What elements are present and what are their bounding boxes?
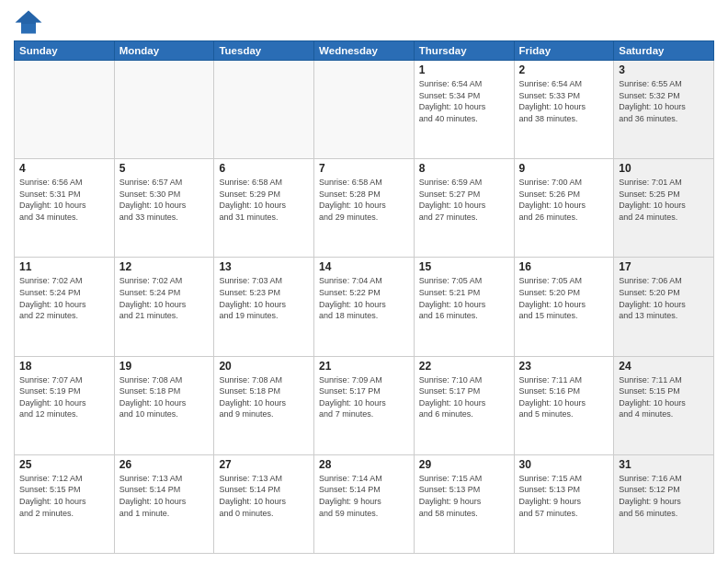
calendar-cell: 21Sunrise: 7:09 AM Sunset: 5:17 PM Dayli… [314,356,415,454]
day-number: 3 [619,63,709,76]
day-info: Sunrise: 7:15 AM Sunset: 5:13 PM Dayligh… [519,473,609,519]
day-info: Sunrise: 7:02 AM Sunset: 5:24 PM Dayligh… [19,275,109,321]
weekday-header-wednesday: Wednesday [314,41,415,61]
calendar-cell: 12Sunrise: 7:02 AM Sunset: 5:24 PM Dayli… [114,258,214,356]
calendar-cell: 15Sunrise: 7:05 AM Sunset: 5:21 PM Dayli… [414,258,514,356]
calendar-cell: 20Sunrise: 7:08 AM Sunset: 5:18 PM Dayli… [214,356,314,454]
weekday-header-saturday: Saturday [614,41,714,61]
calendar-cell: 11Sunrise: 7:02 AM Sunset: 5:24 PM Dayli… [15,258,115,356]
calendar-cell: 28Sunrise: 7:14 AM Sunset: 5:14 PM Dayli… [314,454,415,553]
calendar-cell: 6Sunrise: 6:58 AM Sunset: 5:29 PM Daylig… [214,159,314,258]
day-info: Sunrise: 7:05 AM Sunset: 5:20 PM Dayligh… [519,275,609,321]
day-number: 27 [219,458,309,471]
calendar-cell: 2Sunrise: 6:54 AM Sunset: 5:33 PM Daylig… [514,61,614,159]
calendar-cell: 13Sunrise: 7:03 AM Sunset: 5:23 PM Dayli… [214,258,314,356]
calendar-cell [114,61,214,159]
calendar-cell: 7Sunrise: 6:58 AM Sunset: 5:28 PM Daylig… [314,159,415,258]
day-number: 28 [319,458,409,471]
day-number: 13 [219,260,309,273]
weekday-header-thursday: Thursday [414,41,514,61]
day-info: Sunrise: 7:16 AM Sunset: 5:12 PM Dayligh… [619,473,709,519]
week-row-3: 11Sunrise: 7:02 AM Sunset: 5:24 PM Dayli… [15,258,714,356]
calendar-cell: 27Sunrise: 7:13 AM Sunset: 5:14 PM Dayli… [214,454,314,553]
day-number: 12 [119,260,210,273]
calendar-cell: 25Sunrise: 7:12 AM Sunset: 5:15 PM Dayli… [15,454,115,553]
day-info: Sunrise: 7:07 AM Sunset: 5:19 PM Dayligh… [19,374,109,420]
calendar-cell: 30Sunrise: 7:15 AM Sunset: 5:13 PM Dayli… [514,454,614,553]
weekday-header-row: SundayMondayTuesdayWednesdayThursdayFrid… [15,41,714,61]
svg-marker-1 [16,11,42,24]
day-number: 11 [19,260,109,273]
calendar-cell: 3Sunrise: 6:55 AM Sunset: 5:32 PM Daylig… [614,61,714,159]
calendar-cell: 19Sunrise: 7:08 AM Sunset: 5:18 PM Dayli… [114,356,214,454]
calendar-cell: 14Sunrise: 7:04 AM Sunset: 5:22 PM Dayli… [314,258,415,356]
calendar-cell: 18Sunrise: 7:07 AM Sunset: 5:19 PM Dayli… [15,356,115,454]
day-number: 9 [519,162,609,175]
calendar-cell: 23Sunrise: 7:11 AM Sunset: 5:16 PM Dayli… [514,356,614,454]
weekday-header-tuesday: Tuesday [214,41,314,61]
day-info: Sunrise: 7:05 AM Sunset: 5:21 PM Dayligh… [419,275,509,321]
calendar-cell: 1Sunrise: 6:54 AM Sunset: 5:34 PM Daylig… [414,61,514,159]
calendar-cell: 16Sunrise: 7:05 AM Sunset: 5:20 PM Dayli… [514,258,614,356]
day-info: Sunrise: 7:13 AM Sunset: 5:14 PM Dayligh… [119,473,210,519]
weekday-header-friday: Friday [514,41,614,61]
calendar-cell: 29Sunrise: 7:15 AM Sunset: 5:13 PM Dayli… [414,454,514,553]
day-info: Sunrise: 7:10 AM Sunset: 5:17 PM Dayligh… [419,374,509,420]
day-info: Sunrise: 6:57 AM Sunset: 5:30 PM Dayligh… [119,177,210,223]
day-number: 6 [219,162,309,175]
week-row-1: 1Sunrise: 6:54 AM Sunset: 5:34 PM Daylig… [15,61,714,159]
day-info: Sunrise: 7:01 AM Sunset: 5:25 PM Dayligh… [619,177,709,223]
calendar-cell: 4Sunrise: 6:56 AM Sunset: 5:31 PM Daylig… [15,159,115,258]
calendar-table: SundayMondayTuesdayWednesdayThursdayFrid… [14,40,714,554]
day-info: Sunrise: 7:14 AM Sunset: 5:14 PM Dayligh… [319,473,409,519]
day-info: Sunrise: 7:09 AM Sunset: 5:17 PM Dayligh… [319,374,409,420]
day-number: 20 [219,360,309,373]
day-number: 10 [619,162,709,175]
logo [14,9,47,35]
day-number: 29 [419,458,509,471]
week-row-5: 25Sunrise: 7:12 AM Sunset: 5:15 PM Dayli… [15,454,714,553]
weekday-header-sunday: Sunday [15,41,115,61]
day-number: 14 [319,260,409,273]
week-row-4: 18Sunrise: 7:07 AM Sunset: 5:19 PM Dayli… [15,356,714,454]
day-number: 26 [119,458,210,471]
day-number: 16 [519,260,609,273]
day-number: 19 [119,360,210,373]
calendar-cell: 9Sunrise: 7:00 AM Sunset: 5:26 PM Daylig… [514,159,614,258]
day-number: 4 [19,162,109,175]
day-info: Sunrise: 6:59 AM Sunset: 5:27 PM Dayligh… [419,177,509,223]
calendar-cell: 8Sunrise: 6:59 AM Sunset: 5:27 PM Daylig… [414,159,514,258]
header [14,9,714,35]
day-number: 1 [419,63,509,76]
day-info: Sunrise: 7:13 AM Sunset: 5:14 PM Dayligh… [219,473,309,519]
calendar-cell: 10Sunrise: 7:01 AM Sunset: 5:25 PM Dayli… [614,159,714,258]
day-number: 31 [619,458,709,471]
page: SundayMondayTuesdayWednesdayThursdayFrid… [0,0,728,563]
day-info: Sunrise: 7:11 AM Sunset: 5:15 PM Dayligh… [619,374,709,420]
day-info: Sunrise: 7:11 AM Sunset: 5:16 PM Dayligh… [519,374,609,420]
day-number: 30 [519,458,609,471]
day-number: 25 [19,458,109,471]
day-number: 23 [519,360,609,373]
day-number: 2 [519,63,609,76]
day-info: Sunrise: 6:56 AM Sunset: 5:31 PM Dayligh… [19,177,109,223]
calendar-cell: 24Sunrise: 7:11 AM Sunset: 5:15 PM Dayli… [614,356,714,454]
calendar-cell [214,61,314,159]
day-info: Sunrise: 6:54 AM Sunset: 5:33 PM Dayligh… [519,78,609,124]
calendar-cell: 22Sunrise: 7:10 AM Sunset: 5:17 PM Dayli… [414,356,514,454]
week-row-2: 4Sunrise: 6:56 AM Sunset: 5:31 PM Daylig… [15,159,714,258]
calendar-cell: 26Sunrise: 7:13 AM Sunset: 5:14 PM Dayli… [114,454,214,553]
day-info: Sunrise: 6:58 AM Sunset: 5:28 PM Dayligh… [319,177,409,223]
day-info: Sunrise: 7:08 AM Sunset: 5:18 PM Dayligh… [219,374,309,420]
day-number: 8 [419,162,509,175]
day-number: 18 [19,360,109,373]
day-info: Sunrise: 7:02 AM Sunset: 5:24 PM Dayligh… [119,275,210,321]
day-info: Sunrise: 7:15 AM Sunset: 5:13 PM Dayligh… [419,473,509,519]
day-number: 7 [319,162,409,175]
day-info: Sunrise: 7:03 AM Sunset: 5:23 PM Dayligh… [219,275,309,321]
calendar-cell: 17Sunrise: 7:06 AM Sunset: 5:20 PM Dayli… [614,258,714,356]
day-number: 5 [119,162,210,175]
calendar-cell: 5Sunrise: 6:57 AM Sunset: 5:30 PM Daylig… [114,159,214,258]
day-info: Sunrise: 6:55 AM Sunset: 5:32 PM Dayligh… [619,78,709,124]
day-number: 24 [619,360,709,373]
